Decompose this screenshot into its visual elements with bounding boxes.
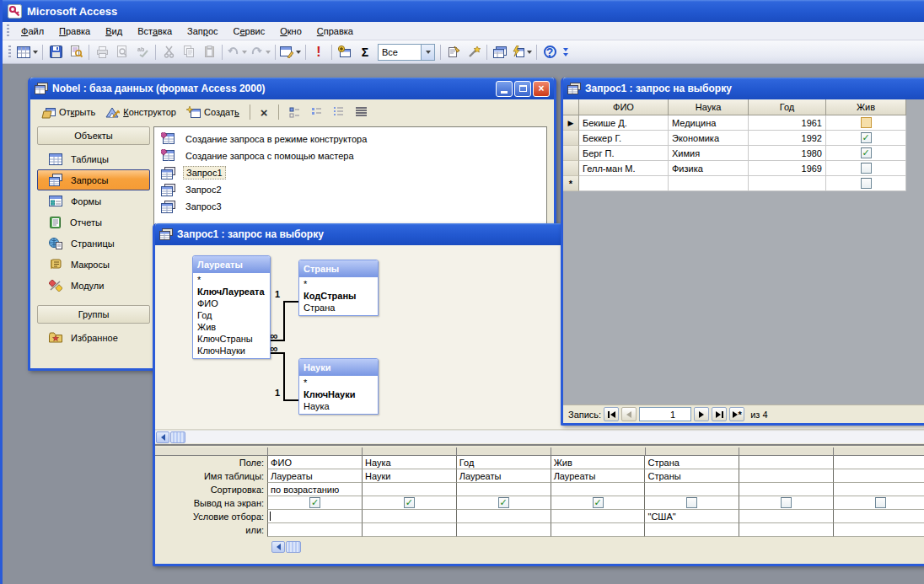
cell-science[interactable]: Экономика xyxy=(669,131,749,146)
cell-year[interactable] xyxy=(749,176,826,191)
sidebar-item-favorites[interactable]: Избранное xyxy=(37,327,150,348)
alive-checkbox[interactable] xyxy=(861,163,872,174)
field-item[interactable]: * xyxy=(299,278,378,290)
cell-science[interactable]: Физика xyxy=(669,161,749,176)
menu-help[interactable]: Справка xyxy=(309,24,361,39)
sidebar-item-pages[interactable]: Страницы xyxy=(37,233,150,254)
run-button[interactable]: ! xyxy=(309,43,328,62)
grid-hscrollbar[interactable] xyxy=(271,541,372,553)
sidebar-item-tables[interactable]: Таблицы xyxy=(37,148,150,169)
sidebar-item-modules[interactable]: Модули xyxy=(37,275,150,296)
menu-tools[interactable]: Сервис xyxy=(226,24,273,39)
show-table-button[interactable] xyxy=(336,43,354,62)
grid-cell[interactable]: Лауреаты xyxy=(551,469,645,483)
grid-cell[interactable] xyxy=(833,523,924,537)
grid-cell[interactable] xyxy=(833,469,924,483)
redo-button[interactable] xyxy=(250,43,271,62)
groups-header[interactable]: Группы xyxy=(37,305,150,324)
record-number-input[interactable] xyxy=(639,407,691,421)
grid-cell[interactable]: Науки xyxy=(362,469,456,483)
copy-button[interactable] xyxy=(180,43,198,62)
menu-window[interactable]: Окно xyxy=(272,24,309,39)
cell-science[interactable]: Медицина xyxy=(669,115,749,131)
sidebar-item-forms[interactable]: Формы xyxy=(37,190,150,212)
grid-cell[interactable] xyxy=(551,483,645,496)
show-checkbox[interactable] xyxy=(875,497,886,508)
grid-cell[interactable] xyxy=(267,523,362,537)
top-values-combo[interactable]: Все xyxy=(378,44,435,61)
new-record-button[interactable]: * xyxy=(729,407,744,421)
grid-cell[interactable] xyxy=(739,456,833,469)
grid-cell[interactable] xyxy=(551,523,645,537)
alive-checkbox[interactable]: ✓ xyxy=(861,147,872,158)
menubar-grip-icon[interactable] xyxy=(5,24,11,38)
cell-fio[interactable] xyxy=(579,176,669,191)
sidebar-item-reports[interactable]: Отчеты xyxy=(37,212,150,233)
grid-cell[interactable] xyxy=(362,523,456,537)
list-view-button[interactable] xyxy=(329,104,349,121)
objects-header[interactable]: Объекты xyxy=(37,126,150,145)
grid-cell[interactable] xyxy=(739,523,833,537)
show-checkbox[interactable]: ✓ xyxy=(309,497,320,508)
open-button[interactable]: Открыть xyxy=(37,104,99,121)
delete-button[interactable]: × xyxy=(256,103,272,122)
design-button[interactable]: Конструктор xyxy=(101,104,180,121)
query-type-button[interactable] xyxy=(279,43,302,62)
field-item[interactable]: КлючНауки xyxy=(299,388,378,400)
field-item[interactable]: КлючНауки xyxy=(193,345,270,356)
grid-cell[interactable] xyxy=(739,483,833,496)
new-object-button[interactable] xyxy=(511,43,533,62)
cell-fio[interactable]: Беккер Г. xyxy=(579,131,669,146)
field-list-nauki[interactable]: Науки * КлючНауки Наука xyxy=(298,358,379,415)
print-preview-button[interactable] xyxy=(113,43,132,62)
grid-cell[interactable]: Страна xyxy=(644,456,739,469)
scroll-left-icon[interactable] xyxy=(156,431,169,443)
grid-cell[interactable] xyxy=(833,510,924,523)
show-checkbox[interactable]: ✓ xyxy=(404,497,415,508)
scrollbar-thumb[interactable] xyxy=(286,541,301,553)
field-list-title[interactable]: Лауреаты xyxy=(193,256,270,272)
list-item-new-query-wizard[interactable]: Создание запроса с помощью мастера xyxy=(154,147,546,164)
cell-year[interactable]: 1961 xyxy=(749,115,826,131)
toolbar-options-icon[interactable] xyxy=(563,47,568,57)
grid-cell[interactable] xyxy=(739,510,833,523)
last-record-button[interactable] xyxy=(712,407,727,421)
cell-fio[interactable]: Гелл-ман М. xyxy=(579,161,669,176)
select-all-corner[interactable] xyxy=(563,99,579,115)
field-item[interactable]: Год xyxy=(193,309,270,321)
scroll-left-icon[interactable] xyxy=(271,541,285,553)
query-datasheet-titlebar[interactable]: Запрос1 : запрос на выборку xyxy=(563,78,924,99)
print-button[interactable] xyxy=(93,43,111,62)
field-item[interactable]: * xyxy=(299,377,378,388)
show-checkbox[interactable] xyxy=(686,497,697,508)
scrollbar-thumb[interactable] xyxy=(170,431,185,443)
save-button[interactable] xyxy=(46,43,65,62)
sidebar-item-macros[interactable]: Макросы xyxy=(37,254,150,275)
grid-cell[interactable]: "США" xyxy=(644,510,739,523)
sidebar-item-queries[interactable]: Запросы xyxy=(37,169,150,190)
field-item[interactable]: Жив xyxy=(193,321,270,333)
grid-cell[interactable] xyxy=(456,510,551,523)
field-list-title[interactable]: Науки xyxy=(299,359,378,375)
field-list-strany[interactable]: Страны * КодСтраны Страна xyxy=(298,260,379,316)
cell-year[interactable]: 1980 xyxy=(749,146,826,161)
column-header-fio[interactable]: ФИО xyxy=(579,99,669,115)
grid-cell[interactable] xyxy=(644,483,739,496)
field-item[interactable]: * xyxy=(193,274,270,286)
cell-science[interactable] xyxy=(669,176,749,191)
grid-cell-active[interactable] xyxy=(267,510,362,523)
field-item[interactable]: КлючСтраны xyxy=(193,333,270,345)
cell-fio[interactable]: Бекише Д. xyxy=(579,115,669,131)
grid-cell[interactable] xyxy=(644,523,739,537)
column-header-year[interactable]: Год xyxy=(749,99,826,115)
grid-cell[interactable] xyxy=(456,523,551,537)
row-selector[interactable]: ▶ xyxy=(563,115,579,131)
small-icons-button[interactable] xyxy=(307,104,327,121)
row-selector[interactable]: * xyxy=(563,176,579,191)
field-item[interactable]: ФИО xyxy=(193,297,270,309)
grid-cell[interactable] xyxy=(551,510,645,523)
menu-view[interactable]: Вид xyxy=(98,24,130,39)
field-list-laureaty[interactable]: Лауреаты * КлючЛауреата ФИО Год Жив Ключ… xyxy=(192,255,271,359)
grid-cell[interactable]: Лауреаты xyxy=(456,469,551,483)
grid-cell[interactable]: Лауреаты xyxy=(267,469,362,483)
